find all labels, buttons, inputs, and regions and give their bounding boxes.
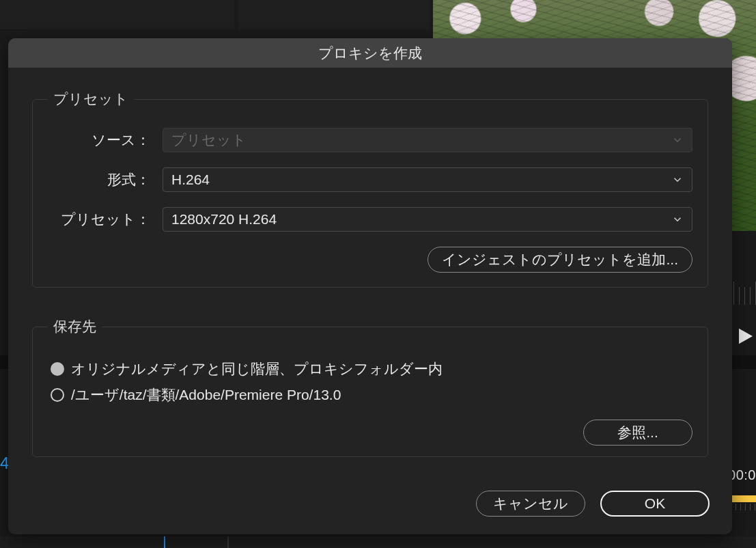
- ok-button[interactable]: OK: [600, 491, 710, 517]
- play-icon[interactable]: [736, 326, 756, 346]
- bg-panel-mid: [238, 0, 430, 29]
- source-select: プリセット: [163, 128, 692, 152]
- row-source: ソース： プリセット: [48, 128, 692, 152]
- radio-icon[interactable]: [51, 362, 64, 376]
- destination-group-legend: 保存先: [48, 317, 102, 336]
- destination-option-path-label: /ユーザ/taz/書類/Adobe/Premiere Pro/13.0: [71, 385, 341, 405]
- monitor-ruler: [732, 266, 756, 306]
- destination-option-same-label: オリジナルメディアと同じ階層、プロキシフォルダー内: [71, 359, 443, 379]
- divider: [227, 536, 229, 548]
- dialog-footer: キャンセル OK: [476, 491, 710, 517]
- format-select[interactable]: H.264: [163, 167, 692, 192]
- preset-label: プリセット：: [48, 210, 150, 229]
- chevron-down-icon: [671, 213, 684, 225]
- destination-option-path[interactable]: /ユーザ/taz/書類/Adobe/Premiere Pro/13.0: [48, 385, 692, 405]
- timeline-track[interactable]: [0, 536, 756, 548]
- preset-group-legend: プリセット: [48, 90, 134, 109]
- playhead[interactable]: [164, 536, 165, 548]
- source-label: ソース：: [48, 131, 150, 150]
- add-ingest-preset-button[interactable]: インジェストのプリセットを追加...: [428, 247, 692, 273]
- chevron-down-icon: [671, 174, 684, 186]
- dialog-title: プロキシを作成: [8, 38, 732, 68]
- preset-select-value: 1280x720 H.264: [171, 211, 277, 228]
- create-proxy-dialog: プロキシを作成 プリセット ソース： プリセット 形式： H.264 プリセット…: [8, 38, 732, 534]
- row-format: 形式： H.264: [48, 167, 692, 192]
- row-preset: プリセット： 1280x720 H.264: [48, 207, 692, 232]
- chevron-down-icon: [671, 134, 684, 146]
- timeline-ruler: [729, 489, 756, 516]
- source-select-value: プリセット: [171, 131, 247, 150]
- preset-select[interactable]: 1280x720 H.264: [163, 207, 692, 232]
- radio-icon[interactable]: [51, 388, 64, 402]
- bg-panel-left: [0, 0, 234, 29]
- bg-timecode: 00:0: [728, 467, 756, 483]
- destination-group: 保存先 オリジナルメディアと同じ階層、プロキシフォルダー内 /ユーザ/taz/書…: [32, 317, 708, 457]
- preset-group: プリセット ソース： プリセット 形式： H.264 プリセット： 128: [32, 90, 708, 288]
- format-label: 形式：: [48, 170, 150, 189]
- destination-option-same[interactable]: オリジナルメディアと同じ階層、プロキシフォルダー内: [48, 359, 692, 379]
- format-select-value: H.264: [171, 172, 210, 188]
- browse-button[interactable]: 参照...: [583, 420, 692, 446]
- cancel-button[interactable]: キャンセル: [476, 491, 585, 517]
